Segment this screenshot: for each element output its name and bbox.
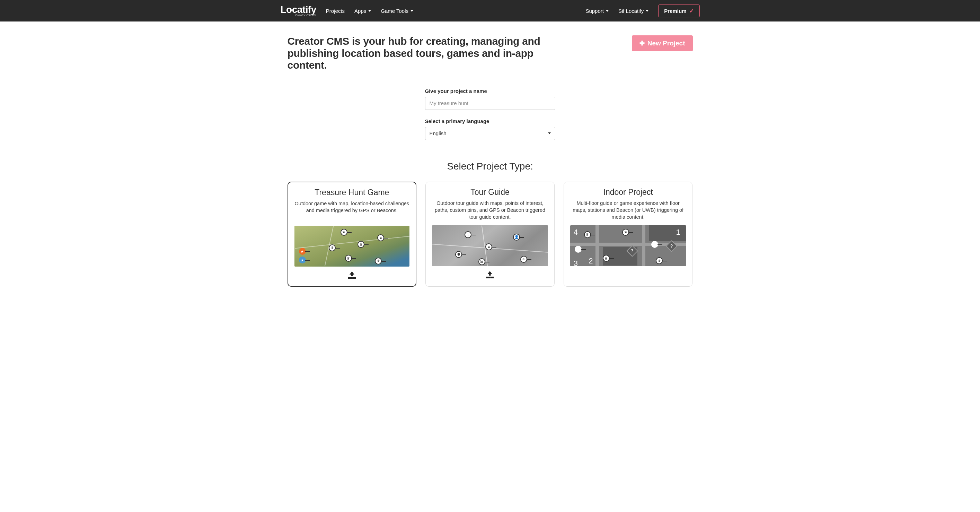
language-select[interactable]: English xyxy=(425,127,555,140)
card-preview-image: ≈ 👤 ♛ ⬢ 🏛 ✈ xyxy=(432,225,548,266)
project-type-heading: Select Project Type: xyxy=(288,161,693,172)
project-type-card-treasure-hunt[interactable]: Treasure Hunt Game Outdoor game with map… xyxy=(288,182,417,287)
nav-projects[interactable]: Projects xyxy=(326,8,345,14)
card-description: Multi-floor guide or game experience wit… xyxy=(570,200,686,221)
logo[interactable]: Locatify Creator CMS® xyxy=(281,5,316,17)
caret-down-icon xyxy=(548,132,551,134)
card-preview-image: 4 1 2 3 ♛ ♛ ♛ ♛ ? ? xyxy=(570,225,686,266)
page-title: Creator CMS is your hub for creating, ma… xyxy=(288,35,575,72)
card-description: Outdoor tour guide with maps, points of … xyxy=(432,200,548,221)
premium-button[interactable]: Premium ✓ xyxy=(658,5,699,18)
language-label: Select a primary language xyxy=(425,118,555,124)
nav-label: Projects xyxy=(326,8,345,14)
card-description: Outdoor game with map, location-based ch… xyxy=(294,200,410,221)
plus-icon: ✚ xyxy=(640,40,645,47)
nav-game-tools[interactable]: Game Tools xyxy=(381,8,413,14)
card-title: Tour Guide xyxy=(432,188,548,197)
caret-down-icon xyxy=(646,10,649,12)
caret-down-icon xyxy=(606,10,609,12)
project-name-input[interactable] xyxy=(425,97,555,110)
check-icon: ✓ xyxy=(689,8,694,14)
logo-text: Locatify xyxy=(281,4,316,15)
floor-number: 1 xyxy=(676,228,680,237)
upload-icon xyxy=(348,271,356,278)
upload-icon xyxy=(486,271,494,278)
card-title: Treasure Hunt Game xyxy=(294,188,410,197)
caret-down-icon xyxy=(410,10,413,12)
project-type-card-tour-guide[interactable]: Tour Guide Outdoor tour guide with maps,… xyxy=(425,182,555,287)
caret-down-icon xyxy=(368,10,371,12)
new-project-button[interactable]: ✚ New Project xyxy=(632,35,693,51)
nav-support[interactable]: Support xyxy=(585,8,609,14)
premium-label: Premium xyxy=(664,8,686,14)
nav-user-menu[interactable]: Sif Locatify xyxy=(618,8,649,14)
nav-apps[interactable]: Apps xyxy=(355,8,371,14)
floor-number: 2 xyxy=(589,257,593,266)
nav-label: Apps xyxy=(355,8,366,14)
floor-number: 4 xyxy=(574,228,578,237)
nav-label: Game Tools xyxy=(381,8,409,14)
new-project-label: New Project xyxy=(648,40,685,47)
project-type-card-indoor[interactable]: Indoor Project Multi-floor guide or game… xyxy=(563,182,693,287)
top-navbar: Locatify Creator CMS® Projects Apps Game… xyxy=(0,0,980,21)
nav-user-name: Sif Locatify xyxy=(618,8,644,14)
card-preview-image: ♛ ♛ ♛ ♛ ♛ ♛ ★ ★ xyxy=(294,226,410,266)
project-name-label: Give your project a name xyxy=(425,88,555,94)
nav-label: Support xyxy=(585,8,604,14)
card-title: Indoor Project xyxy=(570,188,686,197)
floor-number: 3 xyxy=(574,259,578,266)
language-value: English xyxy=(430,130,447,136)
